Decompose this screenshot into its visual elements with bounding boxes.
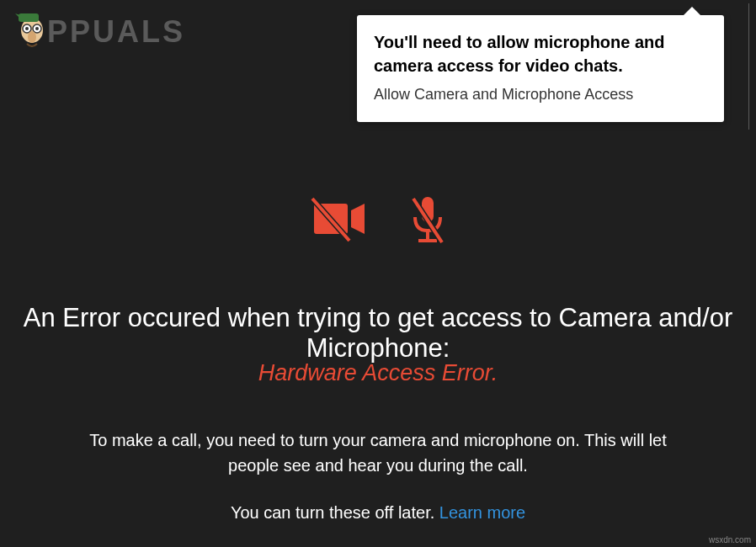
appuals-logo: PPUALS: [10, 12, 185, 52]
device-icons-row: [0, 195, 756, 251]
svg-point-5: [35, 27, 39, 30]
camera-off-icon: [309, 195, 368, 251]
vertical-divider: [748, 3, 749, 130]
svg-point-4: [25, 27, 29, 30]
error-heading: An Error occured when trying to get acce…: [0, 303, 756, 364]
learn-more-link[interactable]: Learn more: [439, 503, 525, 522]
error-type: Hardware Access Error.: [0, 360, 756, 386]
later-text: You can turn these off later.: [231, 503, 439, 522]
svg-rect-1: [19, 13, 39, 22]
popover-title: You'll need to allow microphone and came…: [374, 30, 707, 77]
popover-subtitle[interactable]: Allow Camera and Microphone Access: [374, 86, 707, 104]
microphone-off-icon: [408, 195, 447, 251]
permission-popover: You'll need to allow microphone and came…: [357, 15, 724, 122]
logo-text: PPUALS: [47, 14, 185, 50]
logo-mascot-icon: [10, 12, 52, 52]
later-row: You can turn these off later. Learn more: [0, 503, 756, 523]
info-text: To make a call, you need to turn your ca…: [0, 428, 756, 478]
watermark: wsxdn.com: [709, 535, 751, 544]
svg-point-6: [28, 31, 36, 43]
